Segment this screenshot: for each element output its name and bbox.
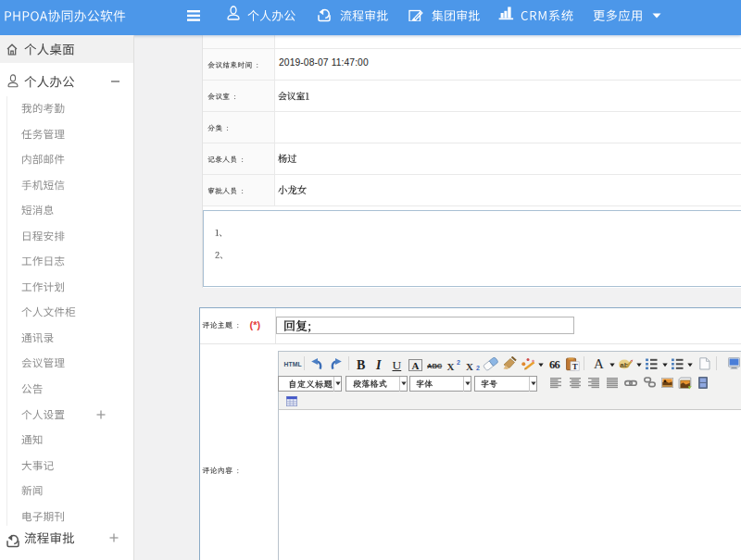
svg-text:ab: ab (620, 361, 628, 369)
svg-text:T: T (572, 362, 578, 371)
